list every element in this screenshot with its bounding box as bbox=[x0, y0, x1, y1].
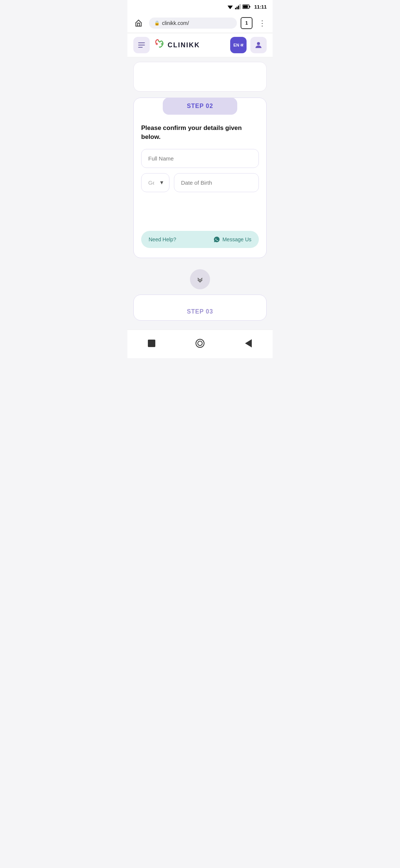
svg-rect-6 bbox=[239, 4, 241, 9]
svg-rect-8 bbox=[249, 6, 250, 7]
url-text: clinikk.com/ bbox=[162, 20, 189, 26]
square-icon bbox=[148, 340, 155, 347]
step-02-header: STEP 02 bbox=[163, 98, 237, 115]
logo-text: CLINIKK bbox=[168, 41, 200, 49]
gender-select-wrapper: Gender Male Female Other ▼ bbox=[141, 173, 169, 192]
lock-icon: 🔒 bbox=[154, 20, 160, 26]
confirm-text: Please confirm your details given below. bbox=[141, 124, 259, 142]
step-03-title: STEP 03 bbox=[187, 308, 213, 315]
svg-rect-9 bbox=[243, 6, 248, 8]
back-arrow-icon bbox=[245, 339, 252, 347]
whatsapp-icon bbox=[213, 236, 220, 243]
double-chevron-down-icon bbox=[196, 275, 204, 283]
full-name-input[interactable] bbox=[141, 149, 259, 168]
svg-marker-2 bbox=[229, 8, 231, 9]
spacer bbox=[141, 197, 259, 227]
step-02-title: STEP 02 bbox=[187, 103, 213, 109]
url-bar[interactable]: 🔒 clinikk.com/ bbox=[149, 18, 237, 29]
profile-button[interactable] bbox=[250, 37, 267, 53]
status-time: 11:11 bbox=[254, 4, 267, 10]
menu-button[interactable] bbox=[133, 37, 150, 53]
back-button[interactable] bbox=[241, 336, 256, 351]
status-bar: 11:11 bbox=[127, 0, 273, 13]
browser-bar: 🔒 clinikk.com/ 1 ⋮ bbox=[127, 13, 273, 33]
language-button[interactable]: EN अ bbox=[230, 37, 247, 53]
svg-point-12 bbox=[257, 42, 260, 45]
svg-point-10 bbox=[156, 43, 158, 45]
dob-input[interactable] bbox=[174, 173, 259, 192]
home-button[interactable] bbox=[132, 16, 145, 30]
logo-symbol bbox=[153, 39, 165, 51]
step-02-body: Please confirm your details given below.… bbox=[134, 115, 266, 258]
home-nav-button[interactable] bbox=[193, 336, 207, 351]
status-icons: 11:11 bbox=[227, 4, 267, 10]
scroll-down-button[interactable] bbox=[190, 269, 210, 289]
step-03-stub: STEP 03 bbox=[133, 295, 267, 321]
user-icon bbox=[254, 41, 263, 50]
main-content: STEP 02 Please confirm your details give… bbox=[127, 57, 273, 327]
hamburger-icon bbox=[138, 42, 145, 48]
lang-icon: EN अ bbox=[234, 43, 243, 48]
nav-bar: CLINIKK EN अ bbox=[127, 33, 273, 57]
svg-rect-3 bbox=[235, 8, 236, 9]
message-us-button[interactable]: Message Us bbox=[213, 236, 251, 243]
message-us-label: Message Us bbox=[222, 236, 251, 242]
tab-count-button[interactable]: 1 bbox=[241, 17, 253, 29]
battery-icon bbox=[242, 4, 251, 9]
wifi-icon bbox=[227, 4, 234, 9]
circle-icon bbox=[196, 339, 204, 348]
signal-icon bbox=[235, 4, 241, 9]
prev-step-stub bbox=[133, 62, 267, 92]
logo-area: CLINIKK bbox=[153, 39, 226, 51]
stop-button[interactable] bbox=[144, 336, 159, 351]
gender-dob-row: Gender Male Female Other ▼ bbox=[141, 173, 259, 192]
more-options-button[interactable]: ⋮ bbox=[256, 17, 268, 29]
help-bar: Need Help? Message Us bbox=[141, 231, 259, 248]
step-02-card: STEP 02 Please confirm your details give… bbox=[133, 98, 267, 258]
bottom-nav bbox=[127, 330, 273, 358]
svg-point-11 bbox=[161, 43, 163, 45]
need-help-text: Need Help? bbox=[149, 236, 176, 242]
svg-rect-4 bbox=[236, 7, 238, 9]
gender-select[interactable]: Gender Male Female Other bbox=[141, 173, 169, 192]
svg-rect-5 bbox=[238, 6, 239, 9]
